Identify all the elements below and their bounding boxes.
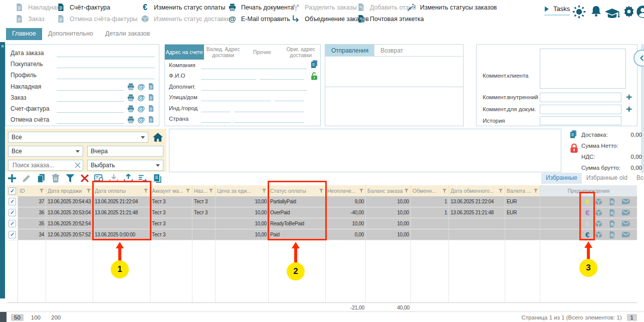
at-icon[interactable]: @	[137, 83, 145, 90]
current-page-button[interactable]: 1	[627, 314, 637, 321]
status-select[interactable]: Все	[8, 146, 83, 157]
graduation-cap-icon[interactable]	[604, 5, 620, 22]
package-icon[interactable]	[594, 220, 603, 228]
filter-icon[interactable]	[185, 188, 190, 193]
toolbar-button[interactable]: Счёт-фактура	[57, 3, 137, 12]
package-icon[interactable]	[594, 231, 603, 239]
document-star-icon[interactable]	[608, 220, 616, 228]
mail-icon[interactable]	[621, 220, 631, 228]
at-icon[interactable]: @	[137, 94, 145, 101]
select-all-checkbox[interactable]: ✓	[9, 187, 16, 195]
field-input[interactable]	[234, 115, 304, 123]
order-search-input[interactable]	[12, 161, 74, 169]
field-input[interactable]	[201, 83, 307, 91]
tab-1[interactable]: Дополнительно	[42, 28, 99, 40]
filter-icon[interactable]	[404, 188, 409, 193]
unlock-icon[interactable]	[310, 72, 319, 81]
row-checkbox[interactable]: ✓	[9, 209, 16, 216]
filter-icon[interactable]	[208, 188, 213, 193]
filter-icon[interactable]	[359, 188, 364, 193]
home-icon[interactable]	[152, 132, 163, 142]
document-icon[interactable]	[147, 105, 155, 112]
toolbar-button[interactable]: Почтовая этикетка	[357, 14, 424, 24]
view-tab[interactable]: Избранные	[541, 173, 582, 184]
preset-select[interactable]: Все	[8, 132, 148, 143]
clear-search-icon[interactable]	[74, 161, 82, 169]
copy-icon[interactable]	[310, 60, 319, 69]
toolbar-button[interactable]: €Изменить статус оплаты	[141, 3, 230, 12]
view-tab[interactable]: Все	[632, 173, 644, 184]
mail-icon[interactable]	[621, 209, 631, 217]
delete-button[interactable]	[51, 173, 61, 185]
package-icon[interactable]	[594, 209, 603, 217]
choose-select[interactable]: Выбрать	[87, 160, 163, 171]
document-icon[interactable]	[147, 94, 155, 101]
toolbar-button[interactable]: Накладная	[15, 3, 60, 12]
shipments-tab[interactable]: Отправления	[325, 45, 374, 56]
mail-icon[interactable]	[621, 198, 631, 206]
field-input[interactable]	[57, 60, 155, 68]
gear-icon[interactable]	[622, 5, 635, 18]
printer-icon[interactable]	[127, 94, 135, 102]
toolbar-button[interactable]: Изменить статус доставки	[141, 14, 230, 24]
lock-icon[interactable]	[569, 142, 579, 154]
document-icon[interactable]	[147, 83, 155, 90]
field-input[interactable]	[57, 83, 124, 91]
document-icon[interactable]	[147, 116, 155, 123]
field-input[interactable]	[57, 49, 155, 57]
user-icon[interactable]	[636, 5, 644, 19]
field-input[interactable]	[57, 94, 124, 102]
clear-filter-button[interactable]	[80, 173, 90, 185]
view-tab[interactable]: Избранные old	[582, 173, 632, 184]
page-size-button[interactable]: 50	[11, 314, 24, 321]
field-input[interactable]	[201, 93, 271, 101]
collapsed-side-panel[interactable]: я	[0, 42, 5, 298]
shipments-tab[interactable]: Возврат	[374, 45, 409, 56]
field-input[interactable]	[201, 72, 256, 80]
address-tab[interactable]: Адрес на счете	[165, 45, 204, 60]
document-comment-input[interactable]	[540, 105, 621, 114]
filter-icon[interactable]	[39, 188, 44, 193]
at-icon[interactable]: @	[137, 105, 145, 112]
add-document-comment-button[interactable]: +	[626, 105, 632, 114]
filter-icon[interactable]	[498, 188, 503, 193]
copy-page-button[interactable]	[152, 173, 162, 185]
delivery-note-icon[interactable]	[569, 130, 578, 139]
add-button[interactable]	[7, 173, 17, 185]
client-comment-textarea[interactable]	[540, 49, 626, 89]
field-input[interactable]	[201, 115, 231, 123]
field-input[interactable]	[201, 104, 231, 112]
document-star-icon[interactable]	[608, 231, 616, 239]
tab-2[interactable]: Детали заказов	[99, 28, 156, 40]
field-input[interactable]	[275, 93, 304, 101]
toolbar-button[interactable]: Отмена счёта-фактуры	[57, 14, 137, 24]
toolbar-button[interactable]: @E-Mail отправить	[228, 14, 294, 24]
filter-icon[interactable]	[86, 188, 91, 193]
row-checkbox[interactable]: ✓	[9, 231, 16, 238]
field-input[interactable]	[260, 72, 304, 80]
row-checkbox[interactable]: ✓	[9, 198, 16, 205]
field-input[interactable]	[201, 61, 307, 69]
row-checkbox[interactable]: ✓	[9, 220, 16, 227]
document-star-icon[interactable]	[608, 198, 616, 206]
sun-icon[interactable]	[572, 5, 586, 19]
internal-comment-input[interactable]	[540, 93, 621, 102]
copy-docs-button[interactable]	[36, 173, 46, 185]
add-internal-comment-button[interactable]: +	[626, 93, 632, 102]
printer-icon[interactable]	[127, 116, 135, 124]
filter-icon[interactable]	[442, 188, 447, 193]
page-size-button[interactable]: 200	[48, 314, 64, 321]
address-tab[interactable]: Валид. Адрес доставки	[204, 45, 243, 60]
printer-icon[interactable]	[127, 83, 135, 91]
filter-button[interactable]	[65, 173, 75, 185]
toolbar-button[interactable]: Заказ	[15, 14, 60, 24]
edit-button[interactable]	[22, 173, 32, 185]
filter-icon[interactable]	[262, 188, 267, 193]
at-icon[interactable]: @	[137, 116, 145, 123]
document-star-icon[interactable]	[608, 209, 616, 217]
address-tab[interactable]: Прочее	[243, 45, 282, 60]
printer-icon[interactable]	[127, 105, 135, 113]
field-input[interactable]	[57, 71, 155, 79]
bell-icon[interactable]	[590, 5, 602, 18]
toolbar-button[interactable]: Печать документа	[228, 3, 294, 12]
